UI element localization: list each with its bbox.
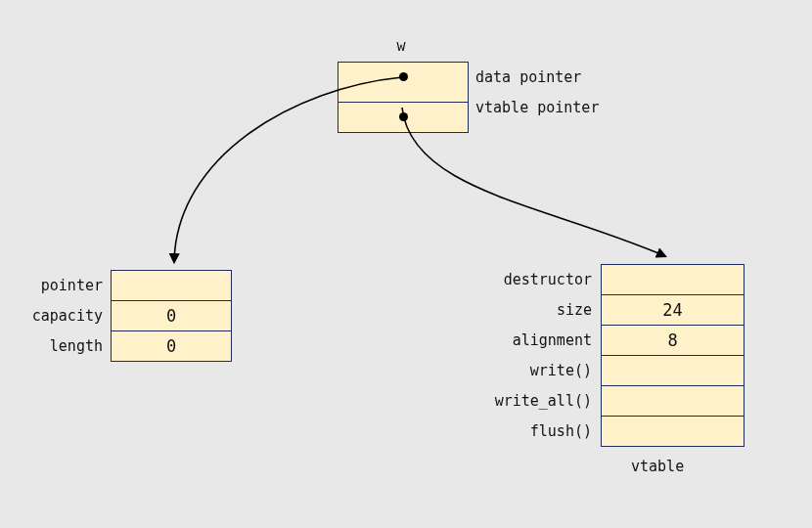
vtable-row-flush	[602, 416, 744, 446]
data-label-length: length	[20, 337, 103, 355]
vtable-box: 24 8	[601, 264, 744, 447]
data-row-length: 0	[112, 330, 231, 361]
data-row-capacity: 0	[112, 300, 231, 330]
vtable-label-alignment: alignment	[494, 331, 592, 349]
w-box	[338, 62, 469, 133]
diagram-stage: w data pointer vtable pointer 0 0 pointe…	[0, 0, 812, 528]
data-box: 0 0	[111, 270, 232, 362]
vtable-row-destructor	[602, 265, 744, 294]
w-row-vtable-pointer	[338, 102, 468, 132]
vtable-label-flush: flush()	[494, 422, 592, 440]
w-label-data-pointer: data pointer	[475, 68, 581, 86]
data-label-capacity: capacity	[20, 307, 103, 325]
vtable-row-write-all	[602, 385, 744, 416]
vtable-row-write	[602, 355, 744, 385]
vtable-row-size: 24	[602, 294, 744, 325]
w-label-vtable-pointer: vtable pointer	[475, 99, 599, 116]
dot-icon	[399, 112, 408, 121]
vtable-label-size: size	[494, 301, 592, 319]
vtable-label-write-all: write_all()	[494, 392, 592, 410]
vtable-caption: vtable	[631, 458, 684, 475]
w-title: w	[391, 37, 411, 55]
vtable-label-write: write()	[494, 362, 592, 379]
data-label-pointer: pointer	[20, 277, 103, 294]
vtable-row-alignment: 8	[602, 325, 744, 355]
dot-icon	[399, 72, 408, 81]
vtable-label-destructor: destructor	[494, 271, 592, 288]
data-row-pointer	[112, 271, 231, 300]
w-row-data-pointer	[338, 72, 468, 102]
